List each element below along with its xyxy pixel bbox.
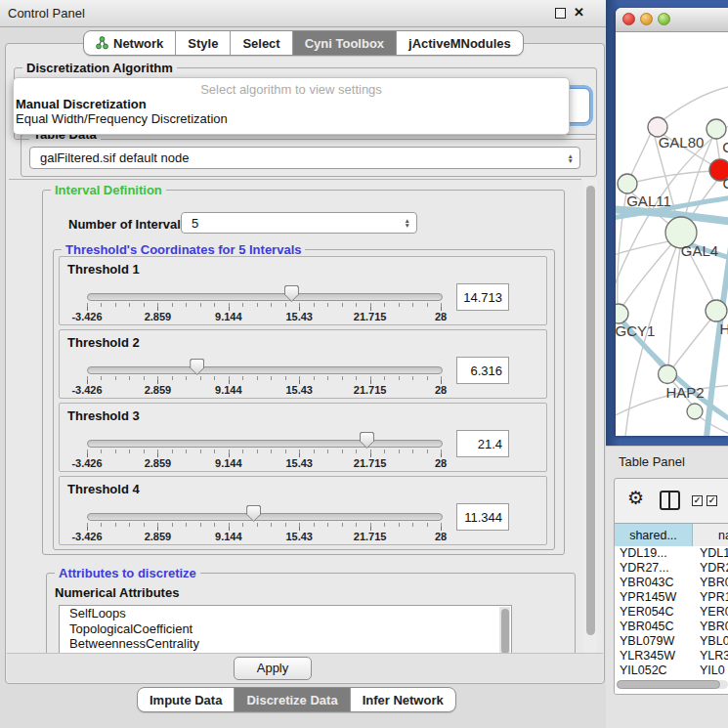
top-tab-bar: NetworkStyleSelectCyni ToolboxjActiveMNo…	[83, 30, 524, 56]
slider-track[interactable]	[87, 513, 443, 521]
slider-tick-label: 9.144	[215, 457, 242, 469]
tab-jactivemnodules[interactable]: jActiveMNodules	[396, 31, 523, 55]
column-header-2[interactable]: na...	[693, 524, 728, 546]
minimize-traffic-light-icon[interactable]	[640, 13, 653, 25]
tab-label: Select	[242, 36, 279, 51]
slider-tick-label: 21.715	[354, 384, 387, 396]
network-window-titlebar	[616, 8, 728, 32]
slider-ticks-minor	[87, 450, 443, 453]
table-row[interactable]: YDR27...YDR2	[615, 561, 728, 576]
interval-definition-title: Interval Definition	[51, 183, 166, 197]
gear-icon[interactable]: ⚙	[627, 487, 644, 508]
network-edge[interactable]	[699, 416, 728, 435]
list-item-topologicalcoefficient[interactable]: TopologicalCoefficient	[60, 621, 511, 637]
algorithm-option-equal-width-frequency-discretization[interactable]: Equal Width/Frequency Discretization	[14, 111, 569, 126]
apply-button[interactable]: Apply	[234, 657, 312, 680]
column-header-1[interactable]: shared...	[615, 524, 693, 546]
slider-tick-label: 21.715	[354, 531, 387, 542]
network-node-label: HAP2	[665, 384, 704, 401]
panel-scrollbar[interactable]	[583, 180, 597, 653]
algorithm-popup-hint: Select algorithm to view settings	[14, 82, 569, 97]
tab-discretize-data[interactable]: Discretize Data	[234, 688, 349, 711]
table-horizontal-scrollbar[interactable]	[617, 680, 728, 689]
table-cell: YDR27...	[615, 561, 692, 576]
list-item-selfloops[interactable]: SelfLoops	[60, 606, 511, 621]
table-row[interactable]: YER054CYER0	[615, 605, 728, 620]
stepper-icon: ▲▼	[405, 218, 410, 228]
table-cell: YBR0	[692, 620, 728, 634]
tab-select[interactable]: Select	[230, 31, 291, 55]
checkbox-icon[interactable]: ✓	[707, 495, 717, 506]
slider-track[interactable]	[87, 293, 443, 301]
table-row[interactable]: YDL19...YDL1	[615, 546, 728, 561]
network-window: GAL80GCGAL11GAL4GCY1HHAP2	[616, 8, 728, 436]
network-node-label: G	[722, 139, 728, 155]
slider-scale: -3.4262.8599.14415.4321.71528	[87, 531, 441, 542]
table-row[interactable]: YBR045CYBR0	[615, 620, 728, 634]
table-row[interactable]: YLR345WYLR3	[615, 649, 728, 664]
slider-tick-label: 2.859	[145, 531, 172, 542]
tab-label: Infer Network	[363, 693, 444, 707]
network-icon	[96, 36, 108, 50]
slider-tick-label: 21.715	[354, 457, 387, 469]
algorithm-option-manual-discretization[interactable]: Manual Discretization	[14, 97, 569, 111]
threshold-value-field[interactable]: 11.344	[456, 503, 509, 531]
attributes-group-title: Attributes to discretize	[55, 566, 200, 580]
thresholds-group-title: Threshold's Coordinates for 5 Intervals	[62, 242, 305, 257]
network-edge[interactable]	[672, 319, 711, 368]
threshold-value-field[interactable]: 6.316	[456, 357, 509, 384]
close-traffic-light-icon[interactable]	[622, 13, 635, 25]
table-data-select[interactable]: galFiltered.sif default node ▲▼	[29, 147, 580, 169]
tab-label: Style	[188, 36, 218, 51]
network-node-h[interactable]	[706, 300, 727, 321]
slider-tick-label: 15.43	[285, 384, 313, 396]
stepper-icon: ▲▼	[568, 153, 574, 163]
slider-tick-label: -3.426	[71, 457, 102, 469]
network-edge[interactable]	[668, 248, 680, 367]
slider-tick-label: -3.426	[71, 384, 102, 396]
network-node-gal11[interactable]	[618, 174, 637, 193]
list-item-betweennesscentrality[interactable]: BetweennessCentrality	[60, 636, 511, 652]
network-node[interactable]	[687, 404, 703, 419]
float-window-icon[interactable]	[555, 8, 566, 19]
tab-label: Discretize Data	[246, 693, 337, 707]
table-cell: YIL052C	[615, 664, 692, 678]
table-row[interactable]: YBL079WYBL0	[615, 634, 728, 649]
columns-icon[interactable]	[660, 491, 680, 510]
threshold-value-field[interactable]: 21.4	[456, 430, 509, 457]
zoom-traffic-light-icon[interactable]	[658, 13, 670, 25]
tab-label: Network	[113, 36, 163, 51]
table-row[interactable]: YIL052CYIL0	[615, 664, 728, 678]
threshold-value-field[interactable]: 14.713	[456, 283, 509, 311]
tab-infer-network[interactable]: Infer Network	[350, 688, 455, 711]
attributes-list-scrollbar[interactable]	[499, 607, 510, 655]
table-cell: YLR345W	[615, 649, 692, 664]
close-icon[interactable]: ✕	[574, 5, 584, 20]
slider-ticks-minor	[87, 303, 443, 307]
number-of-intervals-select[interactable]: 5 ▲▼	[181, 212, 417, 234]
network-edge[interactable]	[616, 240, 674, 256]
network-node-g[interactable]	[707, 119, 726, 139]
network-node-gcy1[interactable]	[616, 304, 628, 323]
network-node-hap2[interactable]	[659, 365, 677, 384]
slider-ticks-minor	[87, 376, 443, 380]
tab-style[interactable]: Style	[175, 31, 230, 55]
threshold-label: Threshold 3	[67, 408, 140, 423]
slider-tick-label: -3.426	[71, 531, 102, 542]
table-row[interactable]: YPR145WYPR1	[615, 590, 728, 605]
table-row[interactable]: YBR043CYBR0	[615, 576, 728, 590]
table-cell: YER0	[692, 605, 728, 620]
cyni-toolbox-panel: Discretization Algorithm Select algorith…	[5, 43, 605, 684]
tab-impute-data[interactable]: Impute Data	[138, 688, 234, 711]
slider-track[interactable]	[87, 440, 443, 448]
desktop-background: GAL80GCGAL11GAL4GCY1HHAP2	[606, 0, 728, 446]
tab-cyni-toolbox[interactable]: Cyni Toolbox	[292, 31, 396, 55]
table-cell: YLR3	[692, 649, 728, 664]
tab-network[interactable]: Network	[84, 31, 175, 55]
slider-scale: -3.4262.8599.14415.4321.71528	[87, 457, 441, 469]
slider-track[interactable]	[87, 366, 443, 374]
checkbox-icon[interactable]: ✓	[692, 495, 703, 506]
threshold-block: Threshold 4-3.4262.8599.14415.4321.71528…	[59, 476, 547, 545]
slider-tick-label: 28	[435, 531, 447, 542]
network-canvas[interactable]: GAL80GCGAL11GAL4GCY1HHAP2	[616, 32, 728, 436]
